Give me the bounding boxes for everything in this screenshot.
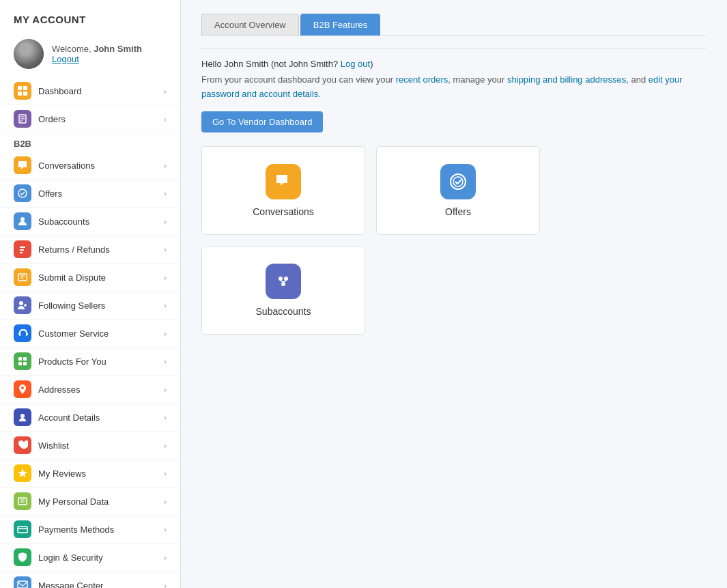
svg-rect-3 bbox=[23, 92, 27, 96]
products-icon bbox=[14, 352, 31, 370]
svg-rect-15 bbox=[23, 357, 27, 361]
sidebar-item-label-offers: Offers bbox=[38, 188, 164, 199]
chevron-right-icon: › bbox=[164, 412, 167, 423]
customer-service-icon bbox=[14, 324, 31, 342]
conversations-card-icon bbox=[266, 164, 301, 199]
svg-point-18 bbox=[20, 414, 25, 418]
conversations-card[interactable]: Conversations bbox=[201, 146, 365, 235]
sidebar-item-wishlist[interactable]: Wishlist › bbox=[0, 432, 180, 460]
sidebar-item-label-products: Products For You bbox=[38, 356, 164, 367]
chevron-right-icon: › bbox=[164, 216, 167, 227]
hello-name: John Smith bbox=[224, 59, 268, 69]
chevron-right-icon: › bbox=[164, 580, 167, 589]
hello-line: Hello John Smith (not John Smith? Log ou… bbox=[201, 59, 707, 69]
tabs-bar: Account Overview B2B Features bbox=[201, 14, 707, 36]
sidebar-item-following-sellers[interactable]: Following Sellers › bbox=[0, 292, 180, 320]
chevron-right-icon: › bbox=[164, 552, 167, 563]
svg-rect-17 bbox=[23, 362, 27, 365]
sidebar-item-payments[interactable]: Payments Methods › bbox=[0, 516, 180, 544]
wishlist-icon bbox=[14, 436, 31, 454]
chevron-right-icon: › bbox=[164, 300, 167, 311]
sidebar-item-my-reviews[interactable]: My Reviews › bbox=[0, 460, 180, 488]
subaccounts-card[interactable]: Subaccounts bbox=[201, 246, 365, 335]
sidebar-item-label-dashboard: Dashboard bbox=[38, 86, 164, 96]
feature-cards-grid: Conversations Offers bbox=[201, 146, 707, 335]
chevron-right-icon: › bbox=[164, 114, 167, 124]
sidebar-item-message-center[interactable]: Message Center › bbox=[0, 572, 180, 588]
sidebar-item-addresses[interactable]: Addresses › bbox=[0, 376, 180, 404]
svg-point-13 bbox=[19, 301, 23, 305]
svg-rect-16 bbox=[18, 362, 22, 365]
sidebar-item-label-personal-data: My Personal Data bbox=[38, 496, 164, 507]
offers-card[interactable]: Offers bbox=[376, 146, 540, 235]
svg-point-37 bbox=[284, 277, 288, 281]
chevron-right-icon: › bbox=[164, 244, 167, 255]
chevron-right-icon: › bbox=[164, 160, 167, 171]
offers-icon bbox=[14, 184, 31, 202]
payments-icon bbox=[14, 520, 31, 538]
recent-orders-link[interactable]: recent orders bbox=[396, 74, 448, 85]
sidebar-item-label-following: Following Sellers bbox=[38, 300, 164, 311]
sidebar-item-account-details[interactable]: Account Details › bbox=[0, 404, 180, 432]
offers-card-icon bbox=[440, 164, 476, 199]
sidebar-item-label-reviews: My Reviews bbox=[38, 468, 164, 479]
sidebar-item-dashboard[interactable]: Dashboard › bbox=[0, 77, 180, 105]
tab-b2b-features[interactable]: B2B Features bbox=[300, 14, 381, 36]
chevron-right-icon: › bbox=[164, 188, 167, 199]
svg-rect-1 bbox=[23, 86, 27, 90]
sidebar-item-label-wishlist: Wishlist bbox=[38, 440, 164, 451]
vendor-dashboard-button[interactable]: Go To Vendor Dashboard bbox=[201, 111, 323, 132]
sidebar-user-section: Welcome, John Smith Logout bbox=[0, 33, 180, 77]
sidebar-b2b-label: B2B bbox=[0, 133, 180, 152]
sidebar-item-login-security[interactable]: Login & Security › bbox=[0, 544, 180, 572]
sidebar-item-returns-refunds[interactable]: Returns / Refunds › bbox=[0, 236, 180, 264]
chevron-right-icon: › bbox=[164, 86, 167, 96]
dispute-icon bbox=[14, 268, 31, 286]
sidebar-item-orders[interactable]: Orders › bbox=[0, 105, 180, 133]
chevron-right-icon: › bbox=[164, 328, 167, 339]
svg-point-9 bbox=[20, 217, 25, 221]
sidebar-item-personal-data[interactable]: My Personal Data › bbox=[0, 488, 180, 516]
chevron-right-icon: › bbox=[164, 384, 167, 395]
sidebar-item-label-dispute: Submit a Dispute bbox=[38, 272, 164, 283]
sidebar-item-conversations[interactable]: Conversations › bbox=[0, 152, 180, 180]
svg-rect-0 bbox=[18, 86, 22, 90]
sidebar-item-label-message-center: Message Center bbox=[38, 580, 164, 589]
chevron-right-icon: › bbox=[164, 440, 167, 451]
sidebar-item-label-subaccounts: Subaccounts bbox=[38, 216, 164, 227]
account-details-icon bbox=[14, 408, 31, 426]
sidebar-item-products-for-you[interactable]: Products For You › bbox=[0, 348, 180, 376]
divider bbox=[201, 48, 707, 49]
conversations-card-label: Conversations bbox=[253, 206, 314, 217]
sidebar-item-label-payments: Payments Methods bbox=[38, 524, 164, 535]
sidebar-item-offers[interactable]: Offers › bbox=[0, 180, 180, 208]
sidebar-item-customer-service[interactable]: Customer Service › bbox=[0, 320, 180, 348]
main-content: Account Overview B2B Features Hello John… bbox=[181, 0, 727, 588]
svg-rect-22 bbox=[18, 527, 27, 533]
sidebar-item-label-account-details: Account Details bbox=[38, 412, 164, 423]
tab-account-overview[interactable]: Account Overview bbox=[201, 14, 299, 36]
sidebar-item-subaccounts[interactable]: Subaccounts › bbox=[0, 208, 180, 236]
sidebar-item-label-login-security: Login & Security bbox=[38, 552, 164, 563]
dashboard-icon bbox=[14, 82, 31, 100]
svg-point-35 bbox=[453, 177, 463, 186]
sidebar-user-info: Welcome, John Smith Logout bbox=[52, 44, 142, 64]
addresses-link[interactable]: shipping and billing addresses bbox=[507, 74, 626, 85]
sidebar-item-label-orders: Orders bbox=[38, 114, 164, 124]
chevron-right-icon: › bbox=[164, 496, 167, 507]
following-icon bbox=[14, 296, 31, 314]
personal-data-icon bbox=[14, 492, 31, 510]
chevron-right-icon: › bbox=[164, 272, 167, 283]
svg-rect-14 bbox=[18, 357, 22, 361]
chevron-right-icon: › bbox=[164, 524, 167, 535]
not-john-smith-logout[interactable]: Log out bbox=[341, 59, 370, 69]
svg-point-36 bbox=[279, 277, 283, 281]
sidebar-item-label-customer-service: Customer Service bbox=[38, 328, 164, 339]
addresses-icon bbox=[14, 380, 31, 398]
sidebar-logout-link[interactable]: Logout bbox=[52, 54, 142, 64]
offers-card-label: Offers bbox=[445, 206, 471, 217]
sidebar-item-submit-dispute[interactable]: Submit a Dispute › bbox=[0, 264, 180, 292]
subaccounts-icon bbox=[14, 212, 31, 230]
subaccounts-card-icon bbox=[266, 264, 301, 299]
avatar bbox=[14, 39, 44, 69]
